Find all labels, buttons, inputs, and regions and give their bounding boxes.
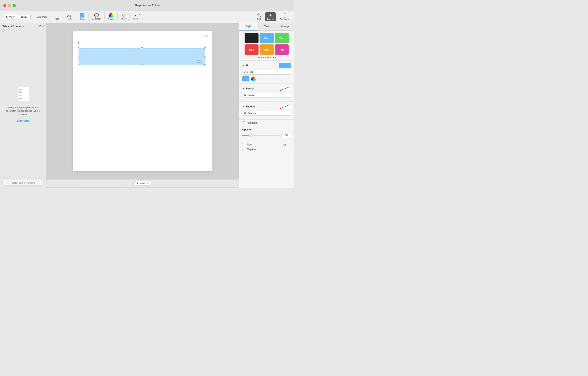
opacity-stepper[interactable]: ▲ ▼ [289, 134, 290, 137]
comment-button[interactable]: 💬 Comment [90, 13, 103, 21]
fill-header: ▼ Fill [242, 63, 291, 68]
border-value-swatch[interactable] [279, 86, 291, 91]
style-swatch-2[interactable]: Text [260, 33, 274, 43]
shape-container: SLIDE 1SLIDE 1 [79, 48, 205, 65]
border-dropdown-row: No Border ⌃⌄ [242, 93, 291, 98]
tab-text[interactable]: Text [257, 23, 276, 31]
border-title: ▼ Border [242, 87, 254, 90]
view-button[interactable]: ⊞ View ▾ [4, 14, 18, 20]
fill-color-swatch[interactable] [242, 76, 249, 81]
opacity-input[interactable]: 20% ▲ ▼ [281, 133, 291, 138]
style-swatch-1[interactable] [245, 33, 259, 43]
fill-section: ▼ Fill Color Fill ⌃⌄ [239, 61, 294, 84]
handle-top-left[interactable] [78, 47, 79, 49]
mask-button[interactable]: ⬡ Mask [119, 13, 128, 21]
sidebar-footer: Insert Table of Contents [0, 177, 46, 188]
svg-rect-1 [19, 89, 22, 90]
document-button[interactable]: 📄 Document [278, 12, 292, 21]
shape-icon [80, 13, 84, 18]
insert-label: Insert [133, 18, 138, 20]
handle-middle-left[interactable] [78, 56, 79, 57]
tab-arrange[interactable]: Arrange [276, 23, 294, 31]
handle-bottom-middle[interactable] [141, 64, 143, 66]
border-toggle-arrow[interactable]: ▼ [242, 88, 244, 90]
close-button[interactable] [3, 4, 6, 7]
word-count-stepper[interactable]: ▲ ▼ [147, 182, 149, 185]
style-swatch-6[interactable]: Text [275, 44, 289, 55]
minimize-button[interactable] [8, 4, 11, 7]
toolbar-colors-group: Colors [104, 12, 117, 21]
title-position-value: Top [283, 143, 286, 146]
handle-middle-right[interactable] [204, 56, 206, 57]
status-bar: 2 words ▲ ▼ [46, 179, 239, 187]
opacity-slider[interactable] [242, 135, 280, 136]
styles-dot-2 [274, 57, 276, 58]
colors-button[interactable]: Colors [106, 12, 116, 21]
comment-label: Comment [92, 18, 101, 20]
title-checkbox[interactable] [242, 143, 245, 146]
style-swatch-5[interactable]: Text [260, 44, 274, 55]
find-button[interactable]: 🔍 Find [255, 13, 263, 21]
selected-shape[interactable]: SLIDE 1SLIDE 1 [79, 48, 205, 65]
handle-top-middle[interactable] [141, 47, 143, 49]
reflection-checkbox[interactable] [242, 122, 245, 124]
border-type-display[interactable]: No Border [242, 93, 291, 98]
fill-type-dropdown[interactable]: Color Fill ⌃⌄ [242, 70, 291, 75]
shape-button[interactable]: Shape [77, 12, 87, 21]
fill-toggle-arrow[interactable]: ▼ [242, 65, 244, 67]
fill-type-display[interactable]: Color Fill [242, 70, 291, 75]
fill-color-preview[interactable] [279, 63, 291, 68]
opacity-thumb[interactable] [249, 134, 252, 137]
toolbar-mask-group: ⬡ Mask [117, 13, 129, 21]
shadow-toggle-arrow[interactable]: ▼ [242, 106, 244, 108]
fonts-button[interactable]: Aa Fonts [65, 13, 74, 21]
handle-top-right[interactable] [204, 47, 206, 49]
fill-label: Fill [246, 64, 249, 67]
scrollbar-thumb[interactable] [76, 188, 118, 188]
fullscreen-button[interactable] [13, 4, 16, 7]
word-count-pill[interactable]: 2 words ▲ ▼ [135, 181, 151, 186]
text-icon: T [56, 13, 58, 17]
style-swatch-3[interactable]: Text [275, 33, 289, 43]
sidebar-edit-button[interactable]: Edit [39, 25, 44, 28]
caption-checkbox[interactable] [242, 148, 245, 151]
style-swatch-4[interactable]: Text [245, 44, 259, 55]
learn-more-link[interactable]: Learn More [17, 120, 29, 122]
handle-bottom-right[interactable] [204, 64, 206, 66]
text-tool-button[interactable]: T Text [53, 13, 61, 21]
handle-bottom-left[interactable] [78, 64, 79, 66]
format-button[interactable]: ✦ Format [265, 12, 276, 21]
shadow-type-dropdown[interactable]: No Shadow ⌃⌄ [242, 111, 291, 116]
add-page-button[interactable]: ＋ Add Page [32, 14, 49, 20]
mask-label: Mask [121, 18, 126, 20]
title-position-dropdown[interactable]: Top ⌃⌄ [283, 143, 291, 146]
colors-label: Colors [108, 18, 114, 21]
shadow-type-display[interactable]: No Shadow [242, 111, 291, 116]
mask-icon: ⬡ [122, 14, 125, 17]
color-wheel-icon[interactable] [251, 77, 256, 81]
tab-style[interactable]: Style [239, 23, 257, 31]
shadow-value-swatch[interactable] [279, 104, 291, 109]
caption-label: Caption [247, 148, 291, 151]
border-type-dropdown[interactable]: No Border ⌃⌄ [242, 93, 291, 98]
insert-button[interactable]: ¶ Insert ▾ [131, 13, 140, 21]
zoom-value: 125% [21, 16, 27, 18]
canvas-inner: 1 of 1 SLIDE 1SLIDE 1 [46, 23, 239, 179]
title-row: Title Top ⌃⌄ [242, 142, 291, 147]
styles-footer: Shape Styles [240, 56, 293, 61]
styles-prev-arrow[interactable]: ‹ [242, 42, 245, 46]
svg-rect-4 [19, 94, 22, 94]
toolbar-fonts-group: Aa Fonts [63, 13, 75, 21]
border-label: Border [246, 87, 254, 90]
styles-next-arrow[interactable]: › [289, 42, 292, 46]
canvas-area[interactable]: 1 of 1 SLIDE 1SLIDE 1 [46, 23, 239, 188]
canvas-scrollbar[interactable] [46, 187, 239, 188]
styles-label: Shape Styles [258, 56, 271, 59]
comment-icon: 💬 [94, 13, 99, 17]
zoom-button[interactable]: 125% ▾ [19, 15, 31, 19]
toolbar-shape-group: Shape [75, 12, 88, 21]
page[interactable]: 1 of 1 SLIDE 1SLIDE 1 [73, 31, 212, 171]
opacity-row: 20% ▲ ▼ [242, 133, 291, 138]
caption-row: Caption [242, 147, 291, 152]
svg-rect-6 [19, 97, 22, 97]
